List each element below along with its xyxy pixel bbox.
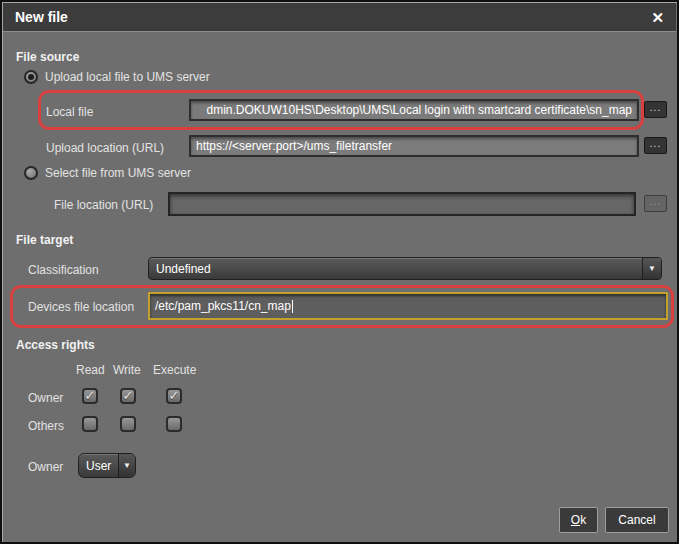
dropdown-arrow-glyph: ▼ — [648, 264, 656, 273]
classification-value: Undefined — [156, 262, 211, 276]
owner-dropdown-value: User — [86, 459, 111, 473]
file-location-input — [168, 192, 636, 216]
checkbox-owner-write[interactable]: ✓ — [120, 388, 136, 404]
new-file-dialog: New file ✕ File source Upload local file… — [0, 0, 679, 544]
column-header-read: Read — [76, 363, 105, 377]
radio-button-icon[interactable] — [24, 166, 38, 180]
close-button[interactable]: ✕ — [651, 10, 664, 25]
checkbox-others-write[interactable] — [120, 416, 136, 432]
classification-dropdown[interactable]: Undefined ▼ — [148, 257, 662, 280]
local-file-browse-button[interactable]: ... — [644, 101, 667, 118]
checkbox-owner-read[interactable]: ✓ — [82, 388, 98, 404]
upload-location-input[interactable]: https://<server:port>/ums_filetransfer — [189, 135, 639, 157]
dialog-title: New file — [15, 9, 68, 25]
checkbox-others-execute[interactable] — [166, 416, 182, 432]
radio-upload-local-file[interactable]: Upload local file to UMS server — [24, 70, 210, 84]
check-icon: ✓ — [123, 390, 134, 402]
radio-button-icon[interactable] — [24, 70, 38, 84]
owner-dropdown[interactable]: User ▼ — [78, 453, 136, 478]
dialog-titlebar[interactable]: New file ✕ — [3, 3, 676, 32]
upload-location-browse-button[interactable]: ... — [644, 137, 667, 154]
devices-file-location-label: Devices file location — [28, 300, 134, 314]
check-icon: ✓ — [169, 390, 180, 402]
upload-location-label: Upload location (URL) — [46, 141, 164, 155]
ok-button[interactable]: Ok — [559, 507, 598, 533]
devices-file-location-value: /etc/pam_pkcs11/cn_map — [155, 299, 291, 313]
ok-button-label: Ok — [571, 513, 586, 527]
cancel-button-label: Cancel — [618, 513, 655, 527]
text-cursor — [292, 300, 293, 313]
cancel-button[interactable]: Cancel — [605, 507, 669, 533]
local-file-value: dmin.DOKUW10HS\Desktop\UMS\Local login w… — [207, 103, 632, 117]
column-header-execute: Execute — [153, 363, 196, 377]
file-location-label: File location (URL) — [54, 198, 153, 212]
owner-select-label: Owner — [28, 460, 63, 474]
radio-select-label: Select file from UMS server — [45, 166, 191, 180]
upload-location-value: https://<server:port>/ums_filetransfer — [196, 139, 392, 153]
chevron-down-icon[interactable]: ▼ — [642, 258, 661, 279]
owner-row-label: Owner — [28, 391, 63, 405]
file-source-section-label: File source — [16, 50, 79, 64]
check-icon: ✓ — [85, 390, 96, 402]
others-row-label: Others — [28, 419, 64, 433]
local-file-input[interactable]: dmin.DOKUW10HS\Desktop\UMS\Local login w… — [189, 99, 639, 121]
checkbox-owner-execute[interactable]: ✓ — [166, 388, 182, 404]
dropdown-arrow-glyph: ▼ — [123, 461, 131, 470]
file-location-browse-button: ... — [644, 195, 667, 212]
local-file-label: Local file — [46, 105, 93, 119]
file-target-section-label: File target — [16, 233, 73, 247]
close-icon: ✕ — [651, 9, 664, 26]
access-rights-section-label: Access rights — [16, 338, 95, 352]
chevron-down-icon[interactable]: ▼ — [118, 454, 135, 477]
column-header-write: Write — [113, 363, 141, 377]
devices-file-location-input[interactable]: /etc/pam_pkcs11/cn_map — [148, 292, 668, 320]
classification-label: Classification — [28, 263, 99, 277]
radio-select-from-ums[interactable]: Select file from UMS server — [24, 166, 191, 180]
checkbox-others-read[interactable] — [82, 416, 98, 432]
radio-upload-label: Upload local file to UMS server — [45, 70, 210, 84]
